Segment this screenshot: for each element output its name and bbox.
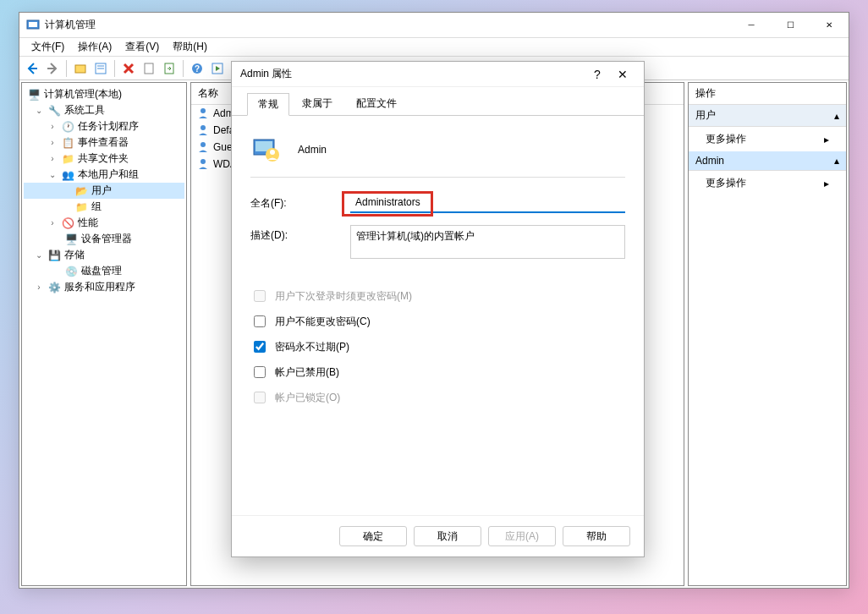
dialog-body: Admin 全名(F): 描述(D): 管理计算机(域)的内置帐户 用户下次登录… <box>232 116 644 515</box>
tree-disk-management[interactable]: 💿磁盘管理 <box>24 263 184 279</box>
forward-button[interactable] <box>43 59 62 78</box>
user-header: Admin <box>250 129 625 178</box>
actions-admin-section[interactable]: Admin▴ <box>689 151 846 171</box>
tree-root[interactable]: 🖥️计算机管理(本地) <box>24 86 184 102</box>
tree-groups[interactable]: 📁组 <box>24 199 184 215</box>
tree-local-users[interactable]: ⌄👥本地用户和组 <box>24 167 184 183</box>
maximize-button[interactable]: ☐ <box>771 13 810 38</box>
export-button[interactable] <box>160 59 179 78</box>
window-title: 计算机管理 <box>45 18 732 32</box>
tree-panel: 🖥️计算机管理(本地) ⌄🔧系统工具 ›🕐任务计划程序 ›📋事件查看器 ›📁共享… <box>21 82 187 586</box>
dialog-help-button[interactable]: ? <box>585 68 610 81</box>
run-button[interactable] <box>208 59 227 78</box>
menu-action[interactable]: 操作(A) <box>71 38 118 56</box>
svg-point-12 <box>201 125 206 130</box>
cb-locked-row: 帐户已锁定(O) <box>250 389 625 406</box>
refresh-button[interactable] <box>140 59 158 78</box>
cb-disabled[interactable] <box>254 366 266 378</box>
description-row: 描述(D): 管理计算机(域)的内置帐户 <box>250 225 625 259</box>
tab-memberof[interactable]: 隶属于 <box>291 92 343 115</box>
dialog-buttons: 确定 取消 应用(A) 帮助 <box>232 515 644 556</box>
help-button[interactable]: ? <box>188 59 206 78</box>
minimize-button[interactable]: ─ <box>732 13 771 38</box>
actions-more-2[interactable]: 更多操作▸ <box>689 171 846 195</box>
app-icon <box>26 19 40 32</box>
username-label: Admin <box>298 144 327 156</box>
svg-point-18 <box>270 150 275 155</box>
svg-rect-6 <box>145 63 153 74</box>
user-icon <box>250 134 281 165</box>
properties-button[interactable] <box>91 59 110 78</box>
menubar: 文件(F) 操作(A) 查看(V) 帮助(H) <box>19 38 849 57</box>
fullname-input[interactable] <box>350 193 625 213</box>
tree-services[interactable]: ›⚙️服务和应用程序 <box>24 279 184 295</box>
tree-system-tools[interactable]: ⌄🔧系统工具 <box>24 102 184 118</box>
description-label: 描述(D): <box>250 225 350 243</box>
svg-rect-1 <box>29 22 37 27</box>
apply-button[interactable]: 应用(A) <box>488 526 556 546</box>
tree-device-manager[interactable]: 🖥️设备管理器 <box>24 231 184 247</box>
cb-cannot-change[interactable] <box>254 315 266 327</box>
collapse-icon: ▴ <box>834 110 839 122</box>
tree-task-scheduler[interactable]: ›🕐任务计划程序 <box>24 118 184 134</box>
cb-disabled-row[interactable]: 帐户已禁用(B) <box>250 364 625 381</box>
dialog-title: Admin 属性 <box>240 67 585 81</box>
svg-rect-2 <box>75 65 85 73</box>
actions-users-section[interactable]: 用户▴ <box>689 105 846 127</box>
back-button[interactable] <box>23 59 41 78</box>
dialog-tabs: 常规 隶属于 配置文件 <box>232 87 644 116</box>
actions-header: 操作 <box>689 83 846 105</box>
cb-never-expire-row[interactable]: 密码永不过期(P) <box>250 338 625 355</box>
tree-shared-folders[interactable]: ›📁共享文件夹 <box>24 151 184 167</box>
svg-point-13 <box>201 142 206 147</box>
titlebar: 计算机管理 ─ ☐ ✕ <box>19 13 849 38</box>
close-button[interactable]: ✕ <box>810 13 849 38</box>
properties-dialog: Admin 属性 ? ✕ 常规 隶属于 配置文件 Admin 全名(F): 描述… <box>231 61 645 557</box>
cb-change-pwd <box>254 290 266 302</box>
dialog-close-button[interactable]: ✕ <box>610 68 635 81</box>
collapse-icon: ▴ <box>834 155 839 167</box>
menu-file[interactable]: 文件(F) <box>25 38 71 56</box>
tab-profile[interactable]: 配置文件 <box>345 92 408 115</box>
chevron-right-icon: ▸ <box>824 178 829 189</box>
tree-performance[interactable]: ›🚫性能 <box>24 215 184 231</box>
menu-view[interactable]: 查看(V) <box>118 38 166 56</box>
fullname-row: 全名(F): <box>250 193 625 213</box>
tab-general[interactable]: 常规 <box>247 93 289 116</box>
cb-change-pwd-row: 用户下次登录时须更改密码(M) <box>250 288 625 304</box>
chevron-right-icon: ▸ <box>824 134 829 145</box>
actions-panel: 操作 用户▴ 更多操作▸ Admin▴ 更多操作▸ <box>688 82 847 586</box>
fullname-label: 全名(F): <box>250 193 350 211</box>
svg-text:?: ? <box>195 64 200 74</box>
cancel-button[interactable]: 取消 <box>414 526 481 546</box>
delete-button[interactable] <box>119 59 138 78</box>
tree-users[interactable]: 📂用户 <box>24 183 184 199</box>
description-input[interactable]: 管理计算机(域)的内置帐户 <box>350 225 625 259</box>
cb-never-expire[interactable] <box>254 341 266 353</box>
help-button[interactable]: 帮助 <box>563 526 630 546</box>
up-button[interactable] <box>71 59 90 78</box>
actions-more-1[interactable]: 更多操作▸ <box>689 127 846 151</box>
cb-cannot-change-row[interactable]: 用户不能更改密码(C) <box>250 313 625 330</box>
tree-storage[interactable]: ⌄💾存储 <box>24 247 184 263</box>
tree-event-viewer[interactable]: ›📋事件查看器 <box>24 134 184 151</box>
svg-point-14 <box>201 159 206 164</box>
ok-button[interactable]: 确定 <box>339 526 407 546</box>
dialog-titlebar: Admin 属性 ? ✕ <box>232 62 644 87</box>
cb-locked <box>254 392 266 403</box>
menu-help[interactable]: 帮助(H) <box>166 38 214 56</box>
svg-point-11 <box>201 108 206 113</box>
